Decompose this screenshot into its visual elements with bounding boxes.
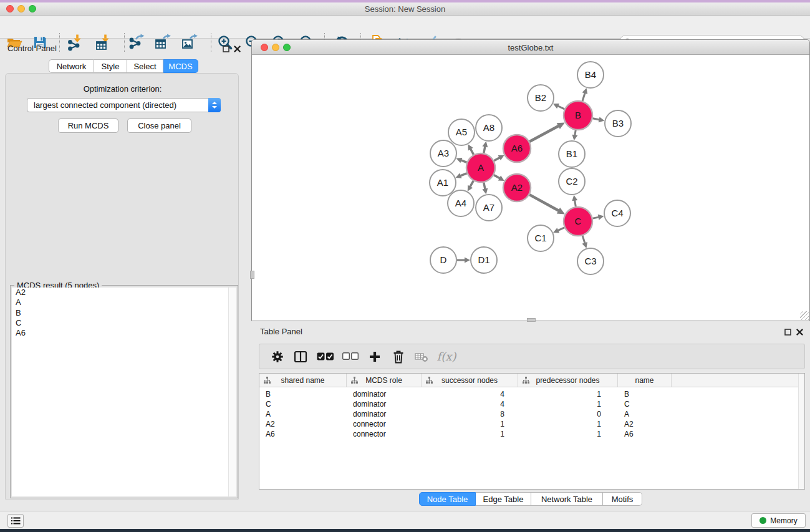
control-panel-title: Control Panel	[7, 44, 57, 53]
table-cell[interactable]: A	[259, 410, 347, 418]
table-panel-title: Table Panel	[260, 327, 302, 336]
horizontal-scrollbar-thumb[interactable]	[527, 318, 536, 322]
table-cell[interactable]: 4	[422, 390, 518, 399]
resize-grip[interactable]	[800, 311, 809, 320]
function-builder-icon[interactable]: f(x)	[433, 347, 460, 366]
table-cell[interactable]: B	[259, 390, 347, 399]
table-cell[interactable]: dominator	[347, 410, 422, 418]
export-table-icon[interactable]	[153, 34, 172, 51]
mcds-result-list[interactable]: A2ABCA6	[12, 288, 236, 496]
criterion-select[interactable]: largest connected component (directed)	[27, 98, 221, 112]
table-row[interactable]: A2connector11A2	[259, 419, 804, 429]
desktop-background-bottom	[0, 529, 810, 532]
network-canvas[interactable]: AA1A2A3A4A5A6A7A8BB1B2B3B4CC1C2C3C4DD1	[252, 55, 809, 321]
tab-select[interactable]: Select	[127, 59, 163, 73]
table-cell[interactable]: 1	[518, 390, 618, 399]
float-panel-icon[interactable]	[221, 44, 230, 53]
show-column-icon[interactable]	[288, 347, 313, 366]
table-cell[interactable]: A6	[259, 430, 347, 438]
edge-C-C3[interactable]	[582, 236, 585, 244]
import-table-icon[interactable]	[94, 34, 113, 51]
node-label-C1: C1	[534, 233, 546, 243]
table-cell[interactable]: 1	[422, 420, 518, 428]
table-row[interactable]: Adominator80A	[259, 409, 804, 419]
control-panel-tabs: NetworkStyleSelectMCDS	[49, 59, 198, 73]
tab-edge-table[interactable]: Edge Table	[476, 492, 531, 506]
table-cell[interactable]: A6	[618, 430, 672, 438]
column-header-mcds-role[interactable]: MCDS role	[347, 374, 422, 387]
tab-network-table[interactable]: Network Table	[531, 492, 603, 506]
mcds-result-item[interactable]: B	[12, 308, 236, 318]
table-cell[interactable]: A	[618, 410, 672, 418]
close-panel-button[interactable]: Close panel	[127, 118, 191, 133]
add-column-icon[interactable]	[363, 347, 387, 366]
table-cell[interactable]: connector	[347, 430, 422, 438]
float-table-panel-icon[interactable]	[783, 327, 792, 336]
table-cell[interactable]: B	[618, 390, 672, 399]
node-label-D: D	[440, 254, 447, 265]
table-cell[interactable]: 0	[518, 410, 618, 418]
table-cell[interactable]: 4	[422, 400, 518, 409]
select-stepper-icon	[208, 98, 221, 112]
memory-status-icon	[759, 517, 766, 524]
deselect-all-checkboxes-icon[interactable]	[338, 347, 363, 366]
table-toolbar: f(x)	[259, 344, 805, 369]
node-label-C2: C2	[566, 176, 577, 186]
table-cell[interactable]: A2	[259, 420, 347, 428]
edge-arrowhead	[482, 142, 488, 148]
export-network-icon[interactable]	[127, 34, 146, 51]
mcds-result-item[interactable]: A	[12, 297, 236, 307]
table-cell[interactable]: 1	[518, 430, 618, 438]
select-all-checkboxes-icon[interactable]	[313, 347, 338, 366]
mcds-panel: Optimization criterion: largest connecte…	[5, 73, 239, 500]
column-header-shared-name[interactable]: shared name	[259, 374, 347, 387]
run-mcds-button[interactable]: Run MCDS	[58, 118, 118, 133]
table-cell[interactable]: connector	[347, 420, 422, 428]
settings-gear-icon[interactable]	[267, 347, 288, 366]
table-cell[interactable]: 8	[422, 410, 518, 418]
task-history-button[interactable]	[7, 514, 24, 528]
table-cell[interactable]: C	[259, 400, 347, 409]
table-cell[interactable]: dominator	[347, 390, 422, 399]
mcds-result-item[interactable]: A2	[12, 288, 236, 297]
column-header-predecessor-nodes[interactable]: predecessor nodes	[518, 374, 618, 387]
edge-B-B4[interactable]	[582, 92, 585, 101]
vertical-scrollbar-thumb[interactable]	[250, 271, 254, 279]
edge-A2-C[interactable]	[529, 195, 559, 211]
table-cell[interactable]: 1	[518, 420, 618, 428]
node-table[interactable]: shared nameMCDS rolesuccessor nodesprede…	[259, 373, 805, 490]
memory-label: Memory	[770, 516, 797, 525]
import-network-icon[interactable]	[66, 34, 85, 51]
table-cell[interactable]: dominator	[347, 400, 422, 409]
delete-table-icon[interactable]	[410, 347, 433, 366]
tab-motifs[interactable]: Motifs	[603, 492, 642, 506]
column-header-name[interactable]: name	[618, 374, 672, 387]
export-image-icon[interactable]	[180, 34, 199, 51]
table-cell[interactable]: 1	[422, 430, 518, 438]
edge-arrowhead	[599, 117, 605, 122]
tab-mcds[interactable]: MCDS	[163, 59, 198, 73]
close-table-panel-icon[interactable]	[795, 327, 804, 336]
table-row[interactable]: A6connector11A6	[259, 429, 804, 439]
table-cell[interactable]: C	[618, 400, 672, 409]
network-window-titlebar[interactable]: testGlobe.txt	[252, 40, 809, 55]
table-scrollbar-track[interactable]	[798, 374, 804, 489]
table-row[interactable]: Bdominator41B	[259, 389, 804, 399]
column-header-successor-nodes[interactable]: successor nodes	[422, 374, 518, 387]
memory-button[interactable]: Memory	[751, 513, 806, 528]
delete-column-icon[interactable]	[387, 347, 410, 366]
mcds-result-item[interactable]: A6	[12, 328, 236, 338]
tab-network[interactable]: Network	[49, 59, 94, 73]
list-scrollbar-track[interactable]	[228, 288, 236, 496]
mcds-result-item[interactable]: C	[12, 318, 236, 328]
optimization-criterion-label: Optimization criterion:	[6, 84, 239, 94]
tab-style[interactable]: Style	[94, 59, 127, 73]
tab-node-table[interactable]: Node Table	[419, 492, 476, 506]
toolbar-separator	[211, 33, 211, 52]
table-row[interactable]: Cdominator41C	[259, 399, 804, 409]
edge-A6-B[interactable]	[529, 125, 559, 142]
table-cell[interactable]: A2	[618, 420, 672, 428]
node-label-B1: B1	[566, 148, 577, 159]
close-panel-icon[interactable]	[233, 44, 241, 53]
table-cell[interactable]: 1	[518, 400, 618, 409]
